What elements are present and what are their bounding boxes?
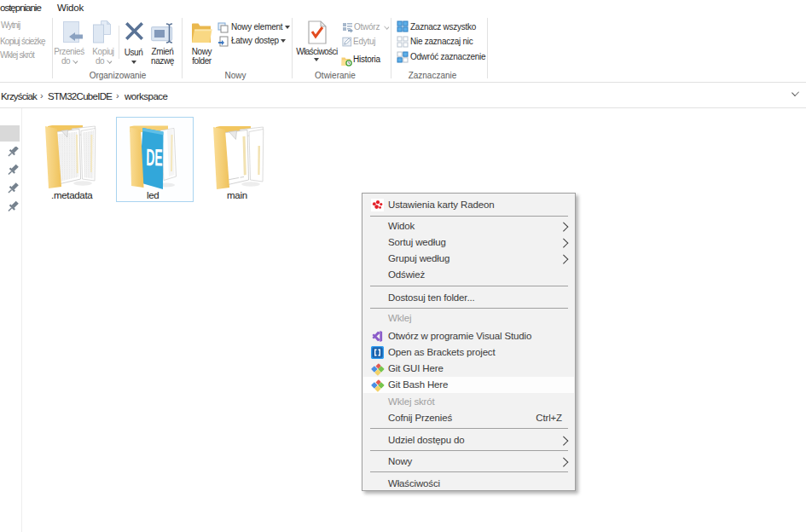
svg-text:DE: DE: [146, 144, 162, 171]
